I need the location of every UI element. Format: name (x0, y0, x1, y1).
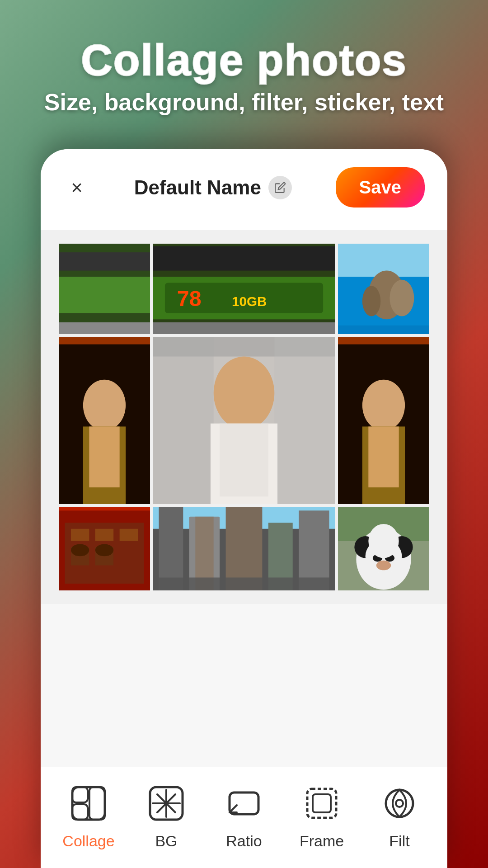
project-title: Default Name (134, 176, 261, 199)
sub-title: Size, background, filter, sticker, text (27, 89, 461, 116)
svg-rect-7 (153, 246, 335, 271)
top-spacer (41, 217, 447, 230)
frame-icon (299, 781, 344, 826)
svg-point-16 (362, 286, 380, 316)
taxi-small-svg: 10GB (59, 244, 150, 334)
svg-point-80 (386, 790, 413, 817)
svg-rect-42 (95, 529, 113, 541)
panda-svg (338, 507, 429, 590)
ratio-label: Ratio (226, 832, 262, 850)
photo-girl-right: NKIN (338, 337, 429, 504)
svg-rect-24 (89, 426, 119, 487)
svg-point-47 (95, 544, 113, 556)
frame-label: Frame (300, 832, 344, 850)
photo-cafe (59, 507, 150, 590)
toolbar-frame[interactable]: Frame (290, 781, 353, 850)
collage-label: Collage (62, 832, 114, 850)
photo-taxi-large: 78 10GB (153, 244, 335, 334)
header-area: Collage photos Size, background, filter,… (0, 36, 488, 116)
svg-point-22 (83, 380, 126, 431)
title-area: Default Name (134, 176, 292, 199)
ratio-icon (221, 781, 267, 826)
toolbar-filter[interactable]: Filt (368, 781, 431, 850)
top-bar: × Default Name Save (41, 149, 447, 217)
svg-point-35 (362, 380, 405, 431)
photo-city (153, 507, 335, 590)
phone-card: × Default Name Save (41, 149, 447, 868)
svg-rect-31 (220, 424, 268, 497)
photo-girl-center (153, 337, 335, 504)
photo-cell-city[interactable] (153, 507, 335, 590)
girl-center-svg (153, 337, 335, 504)
girl-left-svg: NKIN (59, 337, 150, 504)
edit-icon[interactable] (268, 176, 292, 199)
photo-cell-girl-center[interactable] (153, 337, 335, 504)
svg-point-81 (396, 800, 403, 807)
svg-rect-77 (230, 793, 258, 814)
close-button[interactable]: × (63, 174, 90, 201)
taxi-large-svg: 78 10GB (153, 244, 335, 334)
photo-cell-taxi-small[interactable]: 10GB (59, 244, 150, 334)
svg-rect-18 (338, 326, 429, 334)
toolbar-ratio[interactable]: Ratio (212, 781, 276, 850)
svg-rect-28 (274, 337, 335, 504)
svg-text:78: 78 (177, 286, 202, 311)
toolbar-collage[interactable]: Collage (57, 781, 120, 850)
svg-rect-1 (59, 252, 150, 270)
svg-rect-71 (89, 787, 105, 820)
svg-rect-2 (59, 277, 150, 313)
photo-cell-ocean[interactable] (338, 244, 429, 334)
bottom-toolbar: Collage BG Rat (41, 767, 447, 868)
svg-rect-41 (71, 529, 89, 541)
svg-point-46 (71, 544, 89, 556)
save-button[interactable]: Save (336, 167, 425, 208)
svg-rect-5 (59, 322, 150, 334)
photo-ocean (338, 244, 429, 334)
svg-point-29 (214, 357, 275, 430)
svg-text:10GB: 10GB (232, 294, 267, 309)
city-svg (153, 507, 335, 590)
photo-cell-girl-right[interactable]: NKIN (338, 337, 429, 504)
svg-rect-57 (153, 577, 335, 590)
svg-rect-27 (153, 337, 214, 504)
photo-grid-area: 10GB 78 10GB (41, 230, 447, 604)
svg-point-66 (376, 561, 391, 571)
photo-cell-cafe[interactable] (59, 507, 150, 590)
svg-text:NKIN: NKIN (341, 337, 383, 339)
svg-point-67 (368, 524, 399, 558)
photo-taxi-small: 10GB (59, 244, 150, 334)
ocean-svg (338, 244, 429, 334)
svg-text:NKIN: NKIN (62, 337, 103, 339)
svg-rect-12 (153, 322, 335, 334)
bg-icon (144, 781, 189, 826)
main-title: Collage photos (27, 36, 461, 84)
bg-label: BG (155, 832, 177, 850)
cafe-svg (59, 507, 150, 590)
svg-rect-79 (313, 794, 331, 812)
photo-girl-left: NKIN (59, 337, 150, 504)
girl-right-svg: NKIN (338, 337, 429, 504)
toolbar-bg[interactable]: BG (135, 781, 198, 850)
svg-rect-78 (307, 789, 336, 818)
svg-rect-39 (59, 507, 150, 510)
filter-label: Filt (389, 832, 409, 850)
svg-rect-43 (120, 529, 138, 541)
photo-cell-girl-left[interactable]: NKIN (59, 337, 150, 504)
photo-cell-taxi-large[interactable]: 78 10GB (153, 244, 335, 334)
filter-icon (377, 781, 422, 826)
svg-point-17 (389, 280, 414, 316)
photo-panda (338, 507, 429, 590)
photo-grid: 10GB 78 10GB (59, 244, 429, 590)
collage-icon (66, 781, 111, 826)
photo-cell-panda[interactable] (338, 507, 429, 590)
svg-rect-37 (368, 426, 399, 487)
